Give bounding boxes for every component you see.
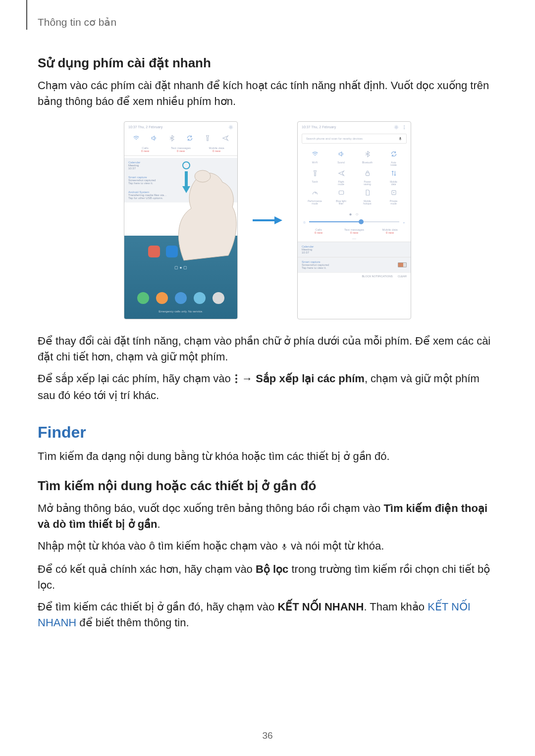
- statusbar-text: 10:37 Thu, 2 February: [128, 125, 162, 129]
- paragraph: Chạm vào các phím cài đặt nhanh để kích …: [38, 78, 497, 109]
- wifi-icon: [133, 135, 140, 142]
- notif-sub: Tap for other USB options.: [128, 197, 163, 200]
- screenshot-quick-settings: 10:37 Thu, 2 February Search phone and s…: [297, 121, 411, 319]
- svg-rect-10: [366, 173, 369, 176]
- speed-icon: [312, 189, 319, 196]
- toggle-label: Sound: [330, 161, 353, 164]
- hand-gesture-icon: [164, 161, 238, 270]
- paragraph: Nhập một từ khóa vào ô tìm kiếm hoặc chạ…: [38, 538, 497, 555]
- toggle-label: Private mode: [382, 200, 405, 205]
- text-run: Mở bảng thông báo, vuốt dọc xuống trên b…: [38, 502, 383, 514]
- tray-sub: 0 new: [133, 150, 158, 152]
- text-run: Để có kết quả chính xác hơn, hãy chạm và…: [38, 563, 256, 575]
- sound-icon: [338, 151, 345, 157]
- statusbar-text: 10:37 Thu, 2 February: [302, 125, 336, 129]
- svg-rect-17: [283, 544, 285, 547]
- tray-label: Text messages: [168, 147, 193, 150]
- notif-sub: Tap here to view it.: [302, 266, 326, 269]
- airplane-icon: [338, 170, 345, 177]
- text-run: .: [158, 518, 160, 530]
- text-bold: Sắp xếp lại các phím: [256, 372, 365, 385]
- toggle-label: Bluetooth: [356, 161, 379, 164]
- svg-point-8: [404, 128, 405, 129]
- toggle-label: Wi-Fi: [304, 161, 326, 164]
- svg-point-14: [235, 374, 237, 376]
- svg-point-7: [404, 127, 405, 128]
- paragraph: Tìm kiếm đa dạng nội dung bằng từ khóa h…: [38, 449, 497, 464]
- card-icon: [338, 189, 345, 196]
- brightness-slider: ☼ ⌄: [298, 217, 411, 227]
- screenshot-thumb: [398, 262, 407, 267]
- text-bold: Bộ lọc: [256, 563, 288, 575]
- sound-icon: [151, 135, 158, 142]
- notif-sub: 10:37: [128, 167, 136, 170]
- paragraph: Để tìm kiếm các thiết bị ở gần đó, hãy c…: [38, 599, 497, 631]
- torch-icon: [204, 135, 211, 142]
- svg-point-0: [230, 126, 231, 128]
- brightness-icon: ☼: [303, 220, 306, 224]
- notif-sub: 10:37: [302, 251, 309, 254]
- tray-sub: 0 new: [375, 231, 404, 234]
- text-run: Nhập một từ khóa vào ô tìm kiếm hoặc chạ…: [38, 540, 281, 552]
- airplane-icon: [222, 135, 229, 142]
- home-app-icon: [148, 246, 160, 257]
- paragraph: Để có kết quả chính xác hơn, hãy chạm và…: [38, 561, 497, 593]
- paragraph: Mở bảng thông báo, vuốt dọc xuống trên b…: [38, 501, 497, 532]
- toggle-label: Blue light filter: [330, 200, 353, 205]
- text-run: để biết thêm thông tin.: [76, 616, 189, 629]
- gear-icon: [394, 125, 399, 130]
- svg-point-6: [404, 125, 405, 126]
- page-corner-mark: [26, 0, 27, 30]
- mic-icon: [281, 540, 288, 555]
- toggle-label: Performance mode: [304, 200, 326, 205]
- dock-icon: [213, 292, 224, 304]
- chevron-down-icon: ⌄: [402, 220, 406, 224]
- heading-quick-keys: Sử dụng phím cài đặt nhanh: [38, 55, 497, 71]
- toggle-label: Power saving: [356, 181, 379, 186]
- paragraph: Để thay đổi cài đặt tính năng, chạm vào …: [38, 333, 497, 365]
- tray-sub: 0 new: [340, 231, 369, 234]
- tray-sub: 0 new: [168, 150, 193, 152]
- lock-icon: [364, 170, 371, 177]
- dock-icon: [156, 292, 168, 304]
- right-arrow-icon: [252, 215, 283, 225]
- toggle-label: Mobile data: [382, 181, 405, 186]
- text-run: →: [242, 372, 256, 385]
- paragraph: Để sắp xếp lại các phím, hãy chạm vào → …: [38, 371, 497, 404]
- screenshot-notification-panel: 10:37 Thu, 2 February Calls0 new Text me…: [124, 121, 238, 319]
- svg-point-15: [235, 378, 237, 380]
- svg-point-5: [395, 126, 397, 128]
- page-indicator: ● ○: [298, 211, 411, 217]
- gear-icon: [228, 125, 233, 130]
- breadcrumb: Thông tin cơ bản: [38, 16, 116, 28]
- svg-point-13: [393, 192, 394, 193]
- more-icon: [234, 372, 239, 388]
- search-field: Search phone and scan for nearby devices: [302, 134, 407, 144]
- figure-row: 10:37 Thu, 2 February Calls0 new Text me…: [38, 121, 497, 319]
- rotate-icon: [390, 151, 397, 157]
- mic-icon: [398, 136, 402, 141]
- toggle-label: Torch: [304, 181, 326, 184]
- svg-rect-9: [400, 137, 401, 139]
- more-icon: [402, 125, 407, 130]
- dock-icon: [175, 292, 187, 304]
- statusbar-bottom: Emergency calls only. No service.: [124, 307, 237, 316]
- svg-point-3: [195, 170, 211, 182]
- text-run: Để tìm kiếm các thiết bị ở gần đó, hãy c…: [38, 601, 277, 613]
- dock-icon: [137, 292, 149, 304]
- toggle-label: Mobile hotspot: [356, 200, 379, 205]
- svg-rect-11: [339, 191, 343, 194]
- text-run: và nói một từ khóa.: [291, 540, 384, 552]
- search-placeholder: Search phone and scan for nearby devices: [306, 137, 363, 140]
- text-run: Để sắp xếp lại các phím, hãy chạm vào: [38, 372, 234, 385]
- bluetooth-icon: [168, 135, 175, 142]
- heading-finder: Finder: [38, 423, 497, 442]
- notif-sub: Tap here to view it.: [128, 182, 153, 185]
- torch-icon: [312, 170, 319, 177]
- toggle-label: Auto rotate: [382, 161, 405, 167]
- heading-search-nearby: Tìm kiếm nội dung hoặc các thiết bị ở gầ…: [38, 478, 497, 494]
- clear-label: CLEAR: [398, 275, 407, 278]
- sync-icon: [390, 189, 397, 196]
- dock-icon: [194, 292, 206, 304]
- updown-icon: [390, 170, 397, 177]
